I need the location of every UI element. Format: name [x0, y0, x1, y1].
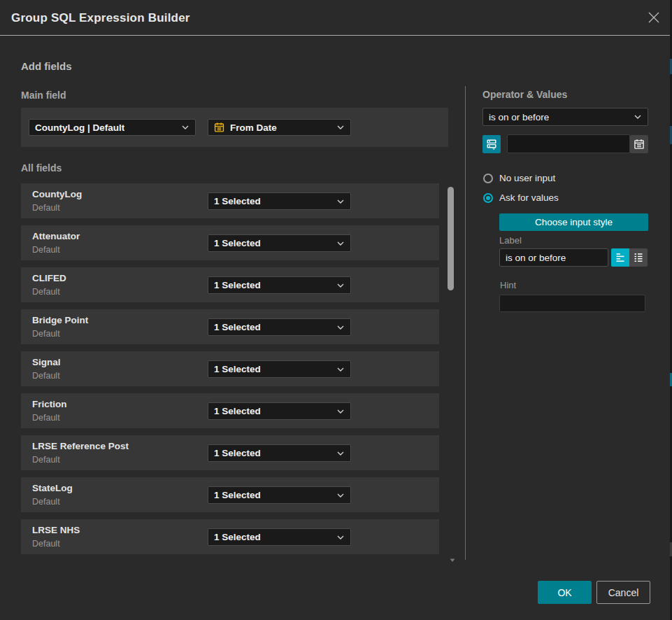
field-subtitle: Default: [32, 287, 60, 297]
group-sql-expression-builder-dialog: Group SQL Expression Builder Add fields …: [0, 0, 670, 620]
chevron-down-icon: [337, 535, 344, 540]
field-name: Friction: [32, 399, 67, 409]
field-subtitle: Default: [32, 455, 60, 465]
field-values-select-value: 1 Selected: [208, 238, 261, 248]
radio-circle: [483, 174, 493, 183]
field-values-select[interactable]: 1 Selected: [208, 318, 351, 336]
field-subtitle: Default: [32, 413, 60, 423]
operator-select-value: is on or before: [483, 112, 549, 122]
chevron-down-icon: [337, 409, 344, 414]
field-select[interactable]: From Date: [208, 119, 351, 136]
align-left-icon: [615, 253, 625, 262]
label-input[interactable]: is on or before: [499, 248, 608, 267]
label-label: Label: [499, 235, 522, 246]
field-subtitle: Default: [32, 245, 60, 255]
field-row: Attenuator Default 1 Selected: [21, 225, 439, 260]
chevron-down-icon: [337, 493, 344, 498]
main-field-card: CountyLog | Default From Date: [21, 108, 448, 147]
field-name: CLIFED: [32, 273, 66, 283]
field-name: Attenuator: [32, 231, 80, 241]
field-subtitle: Default: [32, 497, 60, 507]
chevron-down-icon: [337, 199, 344, 204]
field-subtitle: Default: [32, 203, 60, 213]
hint-input[interactable]: [499, 295, 645, 312]
scrollbar-thumb[interactable]: [448, 187, 454, 290]
chevron-down-icon: [337, 367, 344, 372]
field-values-select[interactable]: 1 Selected: [208, 528, 351, 546]
field-row: LRSE NHS Default 1 Selected: [21, 519, 439, 554]
field-values-select-value: 1 Selected: [208, 280, 261, 290]
field-row: LRSE Reference Post Default 1 Selected: [21, 435, 439, 470]
field-values-select-value: 1 Selected: [208, 448, 261, 458]
chevron-down-icon: [337, 241, 344, 246]
field-subtitle: Default: [32, 329, 60, 339]
unique-values-button[interactable]: [482, 135, 501, 153]
chevron-down-icon: [337, 125, 344, 129]
field-row: Bridge Point Default 1 Selected: [21, 309, 439, 344]
field-name: Signal: [32, 357, 61, 367]
field-name: LRSE NHS: [32, 525, 80, 535]
field-row: StateLog Default 1 Selected: [21, 477, 439, 512]
field-select-value: From Date: [224, 122, 277, 133]
field-row: Signal Default 1 Selected: [21, 351, 439, 386]
chevron-down-icon: [337, 325, 344, 330]
label-input-value: is on or before: [500, 253, 566, 263]
list-icon: [634, 253, 643, 262]
field-row: Friction Default 1 Selected: [21, 393, 439, 428]
field-name: LRSE Reference Post: [32, 441, 129, 451]
value-input[interactable]: [507, 134, 630, 153]
field-subtitle: Default: [32, 371, 60, 381]
field-values-select[interactable]: 1 Selected: [208, 234, 351, 252]
chevron-down-icon: [634, 115, 641, 119]
input-style-single-button[interactable]: [611, 248, 629, 267]
dialog-title: Group SQL Expression Builder: [11, 11, 190, 25]
field-values-select-value: 1 Selected: [208, 196, 261, 206]
all-fields-label: All fields: [21, 162, 62, 174]
operator-values-heading: Operator & Values: [482, 89, 567, 100]
layer-select-value: CountyLog | Default: [29, 122, 124, 133]
calendar-icon: [634, 139, 645, 150]
chevron-down-icon: [337, 283, 344, 288]
radio-label: Ask for values: [499, 192, 559, 203]
chevron-down-icon: [182, 125, 189, 129]
unique-values-icon: [486, 139, 497, 150]
radio-no-user-input[interactable]: No user input: [483, 173, 555, 183]
field-values-select[interactable]: 1 Selected: [208, 486, 351, 504]
ok-button[interactable]: OK: [538, 581, 592, 604]
input-style-list-button[interactable]: [629, 248, 648, 267]
panel-divider: [465, 86, 466, 560]
field-subtitle: Default: [32, 539, 60, 549]
field-values-select[interactable]: 1 Selected: [208, 276, 351, 294]
close-icon[interactable]: [648, 12, 659, 23]
chevron-down-icon: [337, 451, 344, 456]
field-values-select[interactable]: 1 Selected: [208, 360, 351, 378]
field-values-select-value: 1 Selected: [208, 322, 261, 332]
field-values-select-value: 1 Selected: [208, 532, 261, 542]
radio-ask-for-values[interactable]: Ask for values: [483, 192, 559, 203]
dialog-header: Group SQL Expression Builder: [0, 0, 670, 36]
layer-select[interactable]: CountyLog | Default: [29, 119, 196, 136]
cancel-button[interactable]: Cancel: [596, 581, 650, 604]
date-picker-button[interactable]: [630, 135, 648, 153]
add-fields-heading: Add fields: [21, 60, 72, 72]
field-name: CountyLog: [32, 189, 82, 199]
scrollbar-down-arrow-icon[interactable]: [449, 554, 456, 559]
field-row: CountyLog Default 1 Selected: [21, 183, 439, 218]
date-field-calendar-icon: [214, 122, 224, 133]
main-field-label: Main field: [21, 90, 66, 101]
field-values-select[interactable]: 1 Selected: [208, 192, 351, 210]
field-values-select-value: 1 Selected: [208, 490, 261, 500]
field-values-select[interactable]: 1 Selected: [208, 402, 351, 420]
choose-input-style-button[interactable]: Choose input style: [499, 213, 648, 231]
field-name: Bridge Point: [32, 315, 88, 325]
field-values-select-value: 1 Selected: [208, 406, 261, 416]
operator-select[interactable]: is on or before: [482, 108, 648, 126]
field-values-select-value: 1 Selected: [208, 364, 261, 374]
radio-circle-selected: [483, 193, 493, 203]
field-row: CLIFED Default 1 Selected: [21, 267, 439, 302]
field-name: StateLog: [32, 483, 73, 493]
radio-label: No user input: [499, 173, 555, 183]
field-values-select[interactable]: 1 Selected: [208, 444, 351, 462]
hint-label: Hint: [500, 280, 516, 290]
